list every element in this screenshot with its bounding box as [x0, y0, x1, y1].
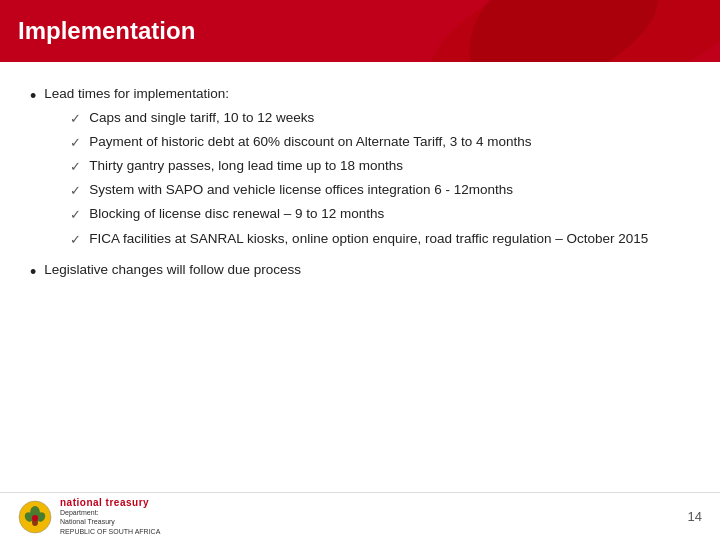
sub-item-6: ✓ FICA facilities at SANRAL kiosks, onli… — [70, 229, 648, 250]
slide-header: Implementation — [0, 0, 720, 62]
bullet-2-label: Legislative changes will follow due proc… — [44, 260, 301, 281]
sub-item-4-text: System with SAPO and vehicle license off… — [89, 180, 513, 201]
svg-point-5 — [32, 515, 38, 521]
bullet-dot-2: • — [30, 259, 36, 287]
bullet-2: • Legislative changes will follow due pr… — [30, 260, 690, 287]
sub-item-6-text: FICA facilities at SANRAL kiosks, online… — [89, 229, 648, 250]
sub-item-5-text: Blocking of license disc renewal – 9 to … — [89, 204, 384, 225]
check-icon-5: ✓ — [70, 205, 81, 225]
check-icon-1: ✓ — [70, 109, 81, 129]
sub-item-5: ✓ Blocking of license disc renewal – 9 t… — [70, 204, 648, 225]
page-number: 14 — [688, 509, 702, 524]
check-icon-6: ✓ — [70, 230, 81, 250]
check-icon-4: ✓ — [70, 181, 81, 201]
sub-item-3-text: Thirty gantry passes, long lead time up … — [89, 156, 403, 177]
slide-content: • Lead times for implementation: ✓ Caps … — [0, 62, 720, 303]
logo-emblem-icon — [18, 500, 52, 534]
footer-logo: national treasury Department: National T… — [18, 497, 160, 535]
sub-item-3: ✓ Thirty gantry passes, long lead time u… — [70, 156, 648, 177]
logo-text: national treasury Department: National T… — [60, 497, 160, 535]
logo-dept-text: Department: National Treasury REPUBLIC O… — [60, 508, 160, 535]
slide-footer: national treasury Department: National T… — [0, 492, 720, 540]
sub-item-1-text: Caps and single tariff, 10 to 12 weeks — [89, 108, 314, 129]
bullet-dot-1: • — [30, 83, 36, 111]
slide: Implementation • Lead times for implemen… — [0, 0, 720, 540]
check-icon-2: ✓ — [70, 133, 81, 153]
check-icon-3: ✓ — [70, 157, 81, 177]
sub-item-2: ✓ Payment of historic debt at 60% discou… — [70, 132, 648, 153]
sub-list-1: ✓ Caps and single tariff, 10 to 12 weeks… — [70, 108, 648, 250]
sub-item-1: ✓ Caps and single tariff, 10 to 12 weeks — [70, 108, 648, 129]
slide-title: Implementation — [18, 17, 195, 45]
bullet-1: • Lead times for implementation: ✓ Caps … — [30, 84, 690, 254]
sub-item-4: ✓ System with SAPO and vehicle license o… — [70, 180, 648, 201]
bullet-1-label: Lead times for implementation: — [44, 86, 229, 101]
sub-item-2-text: Payment of historic debt at 60% discount… — [89, 132, 531, 153]
logo-name-text: national treasury — [60, 497, 160, 508]
